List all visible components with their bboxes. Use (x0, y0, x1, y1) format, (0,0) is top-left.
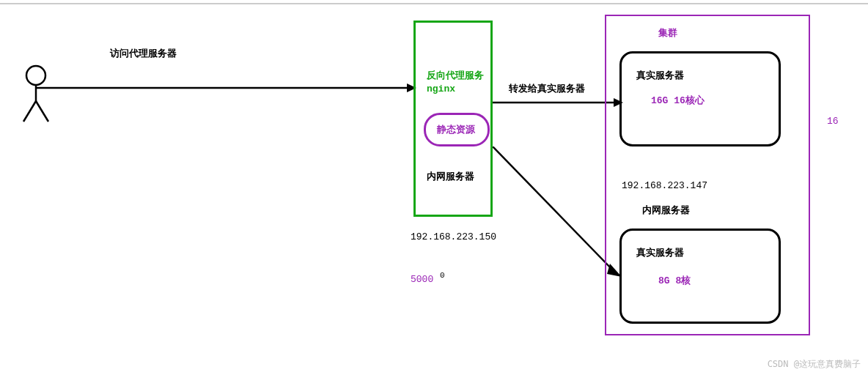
label-5000: 5000 (411, 274, 433, 285)
label-zero: 0 (440, 271, 445, 280)
svg-line-2 (23, 101, 36, 122)
label-cluster: 集群 (658, 26, 677, 40)
arrow-user-to-proxy (37, 81, 418, 103)
svg-line-8 (493, 146, 614, 271)
label-static-res: 静态资源 (437, 123, 475, 136)
label-server2-spec: 8G 8核 (658, 274, 691, 287)
label-16: 16 (827, 116, 839, 127)
label-nginx: nginx (427, 83, 455, 94)
svg-line-3 (36, 101, 48, 122)
top-divider (0, 3, 868, 4)
label-access-proxy: 访问代理服务器 (110, 47, 177, 60)
label-intranet-right: 内网服务器 (642, 204, 690, 217)
label-ip-right: 192.168.223.147 (622, 180, 707, 191)
label-server1-spec: 16G 16核心 (651, 94, 705, 107)
label-reverse-proxy: 反向代理服务 (427, 69, 484, 82)
label-server2-title: 真实服务器 (636, 246, 684, 259)
watermark: CSDN @这玩意真费脑子 (768, 358, 861, 371)
label-ip-left: 192.168.223.150 (411, 231, 496, 242)
label-intranet-left: 内网服务器 (427, 170, 474, 183)
label-forward-real: 转发给真实服务器 (509, 82, 585, 95)
real-server-2-box (619, 229, 781, 324)
label-server1-title: 真实服务器 (636, 69, 684, 82)
